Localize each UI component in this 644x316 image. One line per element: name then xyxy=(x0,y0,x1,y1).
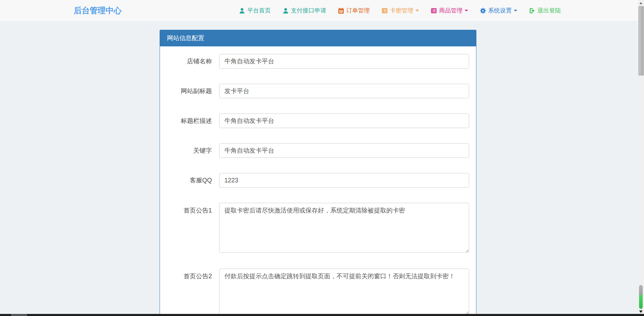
list-alt-icon xyxy=(431,8,437,14)
vertical-scrollbar-thumb[interactable] xyxy=(638,6,644,75)
calendar-icon xyxy=(338,8,344,14)
user-icon xyxy=(283,8,289,14)
nav-item-label: 系统设置 xyxy=(488,7,512,15)
nav-item-platform-home[interactable]: 平台首页 xyxy=(239,7,271,15)
vertical-scrollbar[interactable] xyxy=(638,0,644,316)
form-row: 店铺名称 xyxy=(160,54,476,69)
nav-item-system-settings[interactable]: 系统设置 xyxy=(480,7,517,15)
nav-item-label: 卡密管理 xyxy=(390,7,413,15)
scrollbar-up-arrow-icon[interactable] xyxy=(639,2,642,4)
nav-item-label: 退出登陆 xyxy=(537,7,561,15)
form-row: 客服QQ xyxy=(160,173,476,188)
horizontal-scrollbar-thumb[interactable] xyxy=(11,314,27,316)
user-icon xyxy=(239,8,245,14)
service-qq-label: 客服QQ xyxy=(160,173,212,188)
form-row: 首页公告1 提取卡密后请尽快激活使用或保存好，系统定期清除被提取的卡密 xyxy=(160,203,476,253)
form-row: 首页公告2 付款后按提示点击确定跳转到提取页面，不可提前关闭窗口！否则无法提取到… xyxy=(160,269,476,315)
nav-item-product-manage[interactable]: 商品管理 xyxy=(431,7,468,15)
nav-item-order-manage[interactable]: 订单管理 xyxy=(338,7,370,15)
nav-item-logout[interactable]: 退出登陆 xyxy=(529,7,561,15)
form-row: 关键字 xyxy=(160,143,476,158)
site-config-panel: 网站信息配置 店铺名称 网站副标题 标题栏描述 关键字 客服QQ 首页公告1 提… xyxy=(160,30,476,316)
home-notice1-label: 首页公告1 xyxy=(160,203,212,253)
brand-logo[interactable]: 后台管理中心 xyxy=(74,0,122,21)
chevron-down-icon xyxy=(514,10,517,11)
scroll-progress-widget[interactable] xyxy=(639,285,643,309)
keywords-label: 关键字 xyxy=(160,143,212,158)
site-subtitle-label: 网站副标题 xyxy=(160,84,212,98)
service-qq-input[interactable] xyxy=(219,173,469,188)
keywords-input[interactable] xyxy=(219,143,469,158)
nav-item-label: 商品管理 xyxy=(439,7,463,15)
form-row: 网站副标题 xyxy=(160,84,476,98)
form-row: 标题栏描述 xyxy=(160,114,476,128)
chevron-down-icon xyxy=(415,10,419,11)
logout-icon xyxy=(529,8,535,14)
home-notice2-label: 首页公告2 xyxy=(160,269,212,315)
chevron-down-icon xyxy=(465,10,468,11)
nav-item-label: 支付接口申请 xyxy=(291,7,326,15)
site-subtitle-input[interactable] xyxy=(219,84,469,98)
home-notice1-textarea[interactable]: 提取卡密后请尽快激活使用或保存好，系统定期清除被提取的卡密 xyxy=(219,203,469,253)
nav-item-card-manage[interactable]: 卡密管理 xyxy=(382,7,419,15)
top-navbar: 后台管理中心 平台首页 支付接口申请 xyxy=(0,0,638,21)
title-description-input[interactable] xyxy=(219,114,469,128)
shop-name-label: 店铺名称 xyxy=(160,54,212,69)
nav-item-payment-apply[interactable]: 支付接口申请 xyxy=(283,7,326,15)
title-description-label: 标题栏描述 xyxy=(160,114,212,128)
nav-item-label: 平台首页 xyxy=(247,7,271,15)
panel-body: 店铺名称 网站副标题 标题栏描述 关键字 客服QQ 首页公告1 提取卡密后请尽快… xyxy=(160,46,476,316)
horizontal-scrollbar xyxy=(0,314,644,316)
home-notice2-textarea[interactable]: 付款后按提示点击确定跳转到提取页面，不可提前关闭窗口！否则无法提取到卡密！ xyxy=(219,269,469,315)
gear-icon xyxy=(480,8,486,14)
nav-item-label: 订单管理 xyxy=(346,7,370,15)
panel-title: 网站信息配置 xyxy=(160,30,476,46)
shop-name-input[interactable] xyxy=(219,54,469,69)
scrollbar-down-arrow-icon[interactable] xyxy=(639,310,643,313)
nav-list: 平台首页 支付接口申请 xyxy=(239,0,561,21)
list-alt-icon xyxy=(382,8,388,14)
